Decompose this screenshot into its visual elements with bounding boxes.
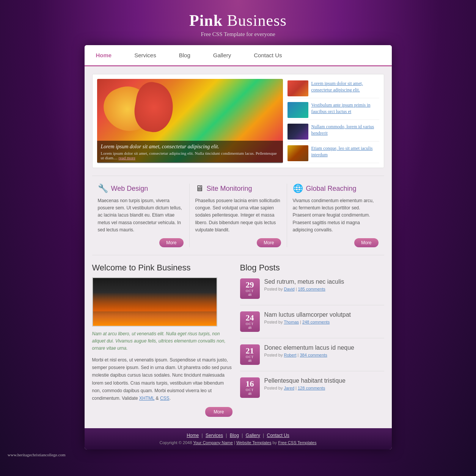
side-post-thumb-4 <box>287 145 308 161</box>
welcome-body-span: Morbi et nisl eros, ut venenatis ipsum. … <box>92 357 232 401</box>
blog-section: Blog Posts 29 OCT 48 Sed rutrum, metus n… <box>240 263 384 421</box>
nav-item-gallery[interactable]: Gallery <box>202 45 243 65</box>
blog-post-content-1: Sed rutrum, metus nec iaculis Posted by … <box>264 278 344 291</box>
blog-author-link-2[interactable]: Thomas <box>284 320 299 324</box>
nav-item-contact[interactable]: Contact Us <box>242 45 293 65</box>
lower-section: Welcome to Pink Business Nam at arcu lib… <box>92 255 384 421</box>
date-day-4: 16 <box>246 380 254 388</box>
side-post-2: Vestibulum ante ipsum primis in faucibus… <box>287 101 379 120</box>
footer-link-services[interactable]: Services <box>206 433 223 438</box>
nav-bar: Home Services Blog Gallery Contact Us <box>85 45 392 66</box>
main-container: Home Services Blog Gallery Contact Us Lo… <box>85 45 392 449</box>
blog-comments-link-3[interactable]: 384 comments <box>300 353 327 357</box>
side-post-3: Nullam commodo, lorem id varius hendreri… <box>287 122 379 141</box>
side-post-link-1[interactable]: Lorem ipsum dolor sit amet, consectetur … <box>311 80 379 93</box>
service-col-3: 🌐 Global Reaching Vivamus condimentum el… <box>287 184 384 247</box>
site-title-bold: Pink <box>189 12 223 29</box>
slide-readmore-link[interactable]: read more <box>119 156 135 160</box>
blog-post-3: 21 OCT 48 Donec elementum lacus id neque… <box>240 344 384 371</box>
side-post-thumb-1 <box>287 80 308 96</box>
footer-free-templates-link[interactable]: Free CSS Templates <box>278 440 316 445</box>
side-post-link-2[interactable]: Vestibulum ante ipsum primis in faucibus… <box>311 102 379 115</box>
footer-templates-link[interactable]: Website Templates <box>236 440 272 445</box>
service-text-2: Phasellus posuere lacinia enim sollicitu… <box>195 197 281 234</box>
blog-author-link-3[interactable]: Robert <box>284 353 296 357</box>
blog-post-meta-4: Posted by Jared | 128 comments <box>264 386 346 390</box>
footer-link-contact[interactable]: Contact Us <box>267 433 289 438</box>
nav-item-home[interactable]: Home <box>85 45 123 66</box>
blog-post-title-4: Pellentesque habitant tristique <box>264 377 346 384</box>
web-design-icon: 🔧 <box>98 184 108 193</box>
site-title-normal: Business <box>223 12 287 29</box>
footer-link-blog[interactable]: Blog <box>230 433 239 438</box>
service-header-1: 🔧 Web Design <box>98 184 184 193</box>
footer-company-link[interactable]: Your Company Name <box>193 440 233 445</box>
blog-post-title-2: Nam luctus ullamcorper volutpat <box>264 311 351 318</box>
blog-post-2: 24 OCT 48 Nam luctus ullamcorper volutpa… <box>240 311 384 338</box>
bottom-url: www.heritagechristiancollege.com <box>0 449 476 460</box>
service-col-1: 🔧 Web Design Maecenas non turpis ipsum, … <box>92 184 190 247</box>
blog-post-content-2: Nam luctus ullamcorper volutpat Posted b… <box>264 311 351 324</box>
service-more-btn-1[interactable]: More <box>159 238 183 247</box>
main-slide: Lorem ipsum dolor sit amet, consectetur … <box>97 79 283 163</box>
footer-links: Home | Services | Blog | Gallery | Conta… <box>89 433 387 438</box>
welcome-body-text: Morbi et nisl eros, ut venenatis ipsum. … <box>92 356 233 402</box>
blog-author-link-4[interactable]: Jared <box>284 386 294 390</box>
welcome-italic-text: Nam at arcu libero, ut venenatis elit. N… <box>92 330 233 352</box>
blog-comments-link-1[interactable]: 185 comments <box>298 287 325 291</box>
services-section: 🔧 Web Design Maecenas non turpis ipsum, … <box>92 176 384 247</box>
nav-item-services[interactable]: Services <box>123 45 168 65</box>
footer-link-home[interactable]: Home <box>187 433 199 438</box>
welcome-city-image <box>92 277 217 327</box>
blog-comments-link-2[interactable]: 248 comments <box>302 320 330 324</box>
xhtml-link[interactable]: XHTML <box>139 396 154 401</box>
service-more-btn-3[interactable]: More <box>354 238 378 247</box>
global-reaching-icon: 🌐 <box>293 184 303 193</box>
blog-comments-link-4[interactable]: 128 comments <box>298 386 325 390</box>
blog-post-4: 16 OCT 48 Pellentesque habitant tristiqu… <box>240 377 384 404</box>
blog-post-meta-1: Posted by David | 185 comments <box>264 287 344 291</box>
site-monitoring-icon: 🖥 <box>195 184 204 193</box>
service-title-1: Web Design <box>111 185 148 193</box>
footer-nav: Home | Services | Blog | Gallery | Conta… <box>85 428 392 449</box>
date-month-4: OCT <box>246 388 254 392</box>
date-badge-2: 24 OCT 48 <box>240 311 260 332</box>
blog-post-1: 29 OCT 48 Sed rutrum, metus nec iaculis … <box>240 278 384 305</box>
date-day-3: 21 <box>246 347 254 355</box>
content-area: Lorem ipsum dolor sit amet, consectetur … <box>85 66 392 428</box>
blog-title: Blog Posts <box>240 263 384 273</box>
service-header-2: 🖥 Site Monitoring <box>195 184 281 193</box>
service-header-3: 🌐 Global Reaching <box>293 184 379 193</box>
slider-section: Lorem ipsum dolor sit amet, consectetur … <box>92 74 384 168</box>
footer-copyright: Copyright © 2048 Your Company Name | Web… <box>89 440 387 445</box>
date-month-1: OCT <box>246 289 254 293</box>
service-text-1: Maecenas non turpis ipsum, viverra posue… <box>98 197 184 234</box>
date-year-4: 48 <box>248 392 251 396</box>
side-posts: Lorem ipsum dolor sit amet, consectetur … <box>287 79 379 163</box>
blog-author-link-1[interactable]: David <box>284 287 294 291</box>
date-badge-4: 16 OCT 48 <box>240 377 260 398</box>
date-year-2: 48 <box>248 326 251 330</box>
side-post-link-3[interactable]: Nullam commodo, lorem id varius hendreri… <box>311 124 379 137</box>
service-title-3: Global Reaching <box>306 185 357 193</box>
side-post-thumb-2 <box>287 102 308 118</box>
side-post-4: Etiam conque, leo sit amet iaculis inter… <box>287 144 379 163</box>
service-col-2: 🖥 Site Monitoring Phasellus posuere laci… <box>190 184 287 247</box>
blog-post-title-1: Sed rutrum, metus nec iaculis <box>264 278 344 285</box>
side-post-link-4[interactable]: Etiam conque, leo sit amet iaculis inter… <box>311 145 379 158</box>
site-title: Pink Business <box>0 11 476 30</box>
slide-caption-title: Lorem ipsum dolor sit amet, consectetur … <box>101 144 279 150</box>
welcome-more-button[interactable]: More <box>205 407 232 417</box>
blog-post-content-3: Donec elementum lacus id neque Posted by… <box>264 344 354 357</box>
slide-caption-text: Lorem ipsum dolor sit amet, consectetur … <box>101 151 279 160</box>
service-more-btn-2[interactable]: More <box>257 238 281 247</box>
footer-link-gallery[interactable]: Gallery <box>246 433 260 438</box>
nav-item-blog[interactable]: Blog <box>168 45 202 65</box>
date-day-2: 24 <box>246 314 254 322</box>
site-subtitle: Free CSS Template for everyone <box>0 31 476 38</box>
blog-post-content-4: Pellentesque habitant tristique Posted b… <box>264 377 346 390</box>
blog-post-meta-3: Posted by Robert | 384 comments <box>264 353 354 357</box>
css-link[interactable]: CSS <box>160 396 170 401</box>
blog-post-meta-2: Posted by Thomas | 248 comments <box>264 320 351 324</box>
service-title-2: Site Monitoring <box>207 185 252 193</box>
